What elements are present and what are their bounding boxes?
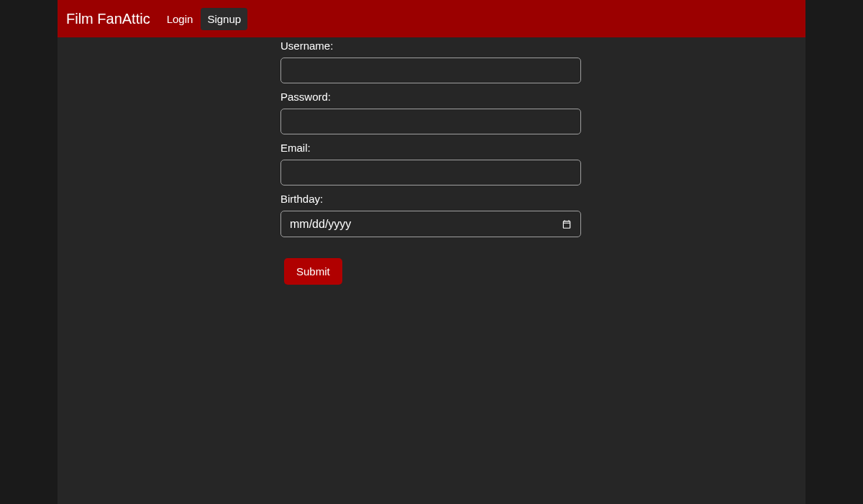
nav-signup[interactable]: Signup — [201, 8, 247, 30]
main-content: Username: Password: Email: Birthday: mm/… — [58, 37, 805, 504]
birthday-placeholder: mm/dd/yyyy — [290, 218, 562, 231]
signup-form: Username: Password: Email: Birthday: mm/… — [58, 37, 805, 285]
username-group: Username: — [280, 40, 805, 91]
birthday-group: Birthday: mm/dd/yyyy — [280, 193, 805, 237]
email-label: Email: — [280, 142, 805, 154]
birthday-label: Birthday: — [280, 193, 805, 205]
password-input[interactable] — [280, 109, 581, 134]
calendar-icon[interactable] — [562, 219, 572, 229]
birthday-input[interactable]: mm/dd/yyyy — [280, 211, 581, 237]
nav-login[interactable]: Login — [160, 8, 200, 30]
email-group: Email: — [280, 142, 805, 193]
username-label: Username: — [280, 40, 805, 52]
password-label: Password: — [280, 91, 805, 103]
email-input[interactable] — [280, 160, 581, 185]
navbar: Film FanAttic Login Signup — [58, 0, 805, 37]
username-input[interactable] — [280, 58, 581, 83]
brand-title[interactable]: Film FanAttic — [66, 11, 150, 27]
submit-button[interactable]: Submit — [284, 258, 342, 285]
password-group: Password: — [280, 91, 805, 142]
nav-links: Login Signup — [160, 8, 247, 30]
